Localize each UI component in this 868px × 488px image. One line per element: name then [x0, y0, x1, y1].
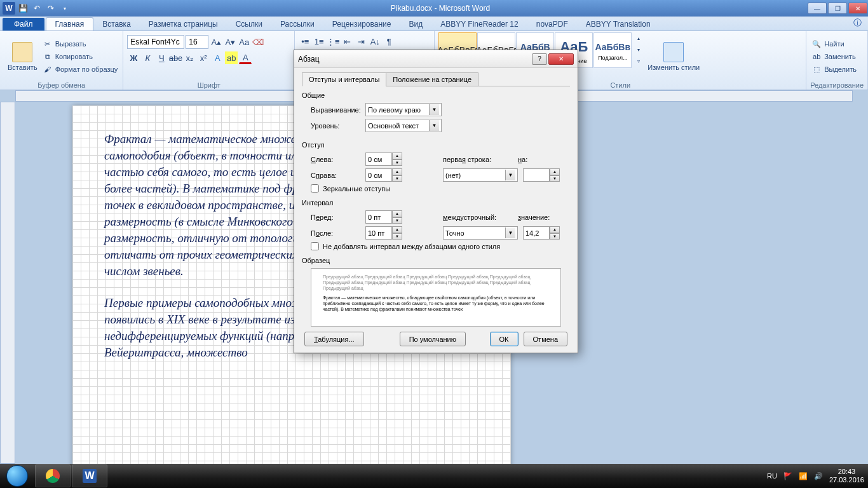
- dialog-titlebar[interactable]: Абзац ? ✕: [294, 50, 578, 68]
- tab-mailings[interactable]: Рассылки: [271, 18, 323, 30]
- style-subtitle[interactable]: АаБбВвПодзагол...: [593, 32, 632, 68]
- tray-lang[interactable]: RU: [767, 472, 777, 480]
- decrease-indent-icon[interactable]: ⇤: [341, 35, 353, 48]
- level-combo[interactable]: Основной текст▼: [365, 119, 442, 132]
- task-chrome[interactable]: [35, 464, 71, 487]
- vertical-ruler[interactable]: [0, 102, 15, 464]
- strike-icon[interactable]: abc: [169, 51, 182, 64]
- start-button[interactable]: [0, 464, 34, 488]
- select-button[interactable]: ⬚Выделить: [810, 64, 858, 75]
- default-button[interactable]: По умолчанию: [400, 332, 466, 346]
- tray-clock[interactable]: 20:43 27.03.2016: [829, 468, 864, 484]
- cut-button[interactable]: ✂Вырезать: [41, 38, 119, 50]
- clear-format-icon[interactable]: ⌫: [252, 36, 264, 48]
- change-styles-button[interactable]: Изменить стили: [644, 32, 703, 81]
- font-name-combo[interactable]: [127, 35, 184, 49]
- no-add-space-checkbox[interactable]: Не добавлять интервал между абзацами одн…: [311, 242, 570, 250]
- numbering-icon[interactable]: 1≡: [313, 35, 325, 48]
- spin-up-icon[interactable]: ▲: [392, 210, 402, 217]
- tray-network-icon[interactable]: 📶: [799, 472, 808, 480]
- close-button[interactable]: ✕: [848, 3, 867, 14]
- bullets-icon[interactable]: •≡: [299, 35, 311, 48]
- spin-up-icon[interactable]: ▲: [392, 226, 402, 233]
- windows-logo-icon: [6, 465, 28, 487]
- bold-icon[interactable]: Ж: [127, 51, 140, 64]
- undo-icon[interactable]: ↶: [31, 2, 43, 15]
- task-word[interactable]: W: [72, 464, 107, 487]
- spin-down-icon[interactable]: ▼: [392, 159, 402, 166]
- spin-up-icon[interactable]: ▲: [550, 168, 560, 175]
- text-effects-icon[interactable]: A: [211, 51, 224, 64]
- spin-down-icon[interactable]: ▼: [392, 217, 402, 224]
- dialog-close-button[interactable]: ✕: [548, 53, 574, 65]
- highlight-icon[interactable]: ab: [225, 51, 238, 64]
- at-spinner[interactable]: ▲▼: [523, 226, 560, 240]
- by-spinner[interactable]: ▲▼: [523, 168, 560, 182]
- chevron-down-icon: ▼: [505, 227, 515, 238]
- tray-volume-icon[interactable]: 🔊: [814, 472, 823, 480]
- spin-up-icon[interactable]: ▲: [550, 226, 560, 233]
- indent-right-spinner[interactable]: ▲▼: [365, 168, 402, 182]
- tab-home[interactable]: Главная: [46, 17, 94, 30]
- file-tab[interactable]: Файл: [3, 18, 44, 30]
- grow-font-icon[interactable]: A▴: [210, 36, 222, 48]
- indent-left-spinner[interactable]: ▲▼: [365, 152, 402, 166]
- tabs-button[interactable]: Табуляция...: [304, 332, 364, 346]
- increase-indent-icon[interactable]: ⇥: [355, 35, 367, 48]
- replace-button[interactable]: abЗаменить: [810, 51, 858, 62]
- spin-down-icon[interactable]: ▼: [550, 175, 560, 182]
- underline-icon[interactable]: Ч: [155, 51, 168, 64]
- spin-down-icon[interactable]: ▼: [392, 233, 402, 240]
- redo-icon[interactable]: ↷: [44, 2, 57, 15]
- styles-expand-icon[interactable]: ▿: [632, 55, 645, 67]
- line-spacing-combo[interactable]: Точно▼: [443, 226, 518, 240]
- by-label: на:: [518, 156, 556, 163]
- styles-scroll-down-icon[interactable]: ▾: [632, 44, 645, 55]
- multilevel-icon[interactable]: ⋮≡: [327, 35, 339, 48]
- tray-flag-icon[interactable]: 🚩: [783, 472, 792, 480]
- spin-down-icon[interactable]: ▼: [392, 175, 402, 182]
- tab-review[interactable]: Рецензирование: [323, 18, 400, 30]
- find-button[interactable]: 🔍Найти: [810, 38, 858, 50]
- subscript-icon[interactable]: x₂: [183, 51, 196, 64]
- copy-button[interactable]: ⧉Копировать: [41, 51, 119, 62]
- alignment-combo[interactable]: По левому краю▼: [365, 103, 442, 116]
- mirror-indents-checkbox[interactable]: Зеркальные отступы: [311, 184, 570, 193]
- help-icon[interactable]: ⓘ: [847, 15, 868, 30]
- styles-scroll-up-icon[interactable]: ▴: [632, 32, 645, 44]
- font-color-icon[interactable]: A: [239, 51, 252, 64]
- qat-customize-icon[interactable]: ▾: [58, 2, 71, 15]
- window-controls: — ❐ ✕: [807, 3, 868, 14]
- minimize-button[interactable]: —: [808, 3, 827, 14]
- after-spinner[interactable]: ▲▼: [365, 226, 402, 240]
- shrink-font-icon[interactable]: A▾: [224, 36, 236, 48]
- tab-novapdf[interactable]: novaPDF: [527, 18, 577, 30]
- tab-page-layout[interactable]: Разметка страницы: [140, 18, 227, 30]
- first-line-combo[interactable]: (нет)▼: [443, 168, 518, 182]
- spin-down-icon[interactable]: ▼: [550, 233, 560, 240]
- dialog-help-button[interactable]: ?: [532, 53, 547, 65]
- cancel-button[interactable]: Отмена: [524, 332, 567, 346]
- save-icon[interactable]: 💾: [17, 2, 29, 15]
- ok-button[interactable]: ОК: [490, 332, 519, 346]
- spin-up-icon[interactable]: ▲: [392, 168, 402, 175]
- italic-icon[interactable]: К: [141, 51, 154, 64]
- superscript-icon[interactable]: x²: [197, 51, 210, 64]
- show-marks-icon[interactable]: ¶: [383, 35, 395, 48]
- tab-insert[interactable]: Вставка: [93, 18, 140, 30]
- alignment-label: Выравнивание:: [311, 106, 360, 114]
- format-painter-button[interactable]: 🖌Формат по образцу: [41, 64, 119, 75]
- font-size-combo[interactable]: [186, 35, 208, 49]
- tab-abbyy-fr[interactable]: ABBYY FineReader 12: [431, 18, 527, 30]
- maximize-button[interactable]: ❐: [828, 3, 847, 14]
- dialog-tab-indents[interactable]: Отступы и интервалы: [302, 72, 386, 86]
- sort-icon[interactable]: A↓: [369, 35, 381, 48]
- before-spinner[interactable]: ▲▼: [365, 210, 402, 224]
- change-case-icon[interactable]: Aa: [238, 36, 250, 48]
- tab-abbyy-tr[interactable]: ABBYY Translation: [577, 18, 660, 30]
- paste-button[interactable]: Вставить: [4, 32, 41, 81]
- tab-view[interactable]: Вид: [400, 18, 431, 30]
- spin-up-icon[interactable]: ▲: [392, 152, 402, 159]
- dialog-tab-position[interactable]: Положение на странице: [386, 72, 478, 86]
- tab-references[interactable]: Ссылки: [227, 18, 271, 30]
